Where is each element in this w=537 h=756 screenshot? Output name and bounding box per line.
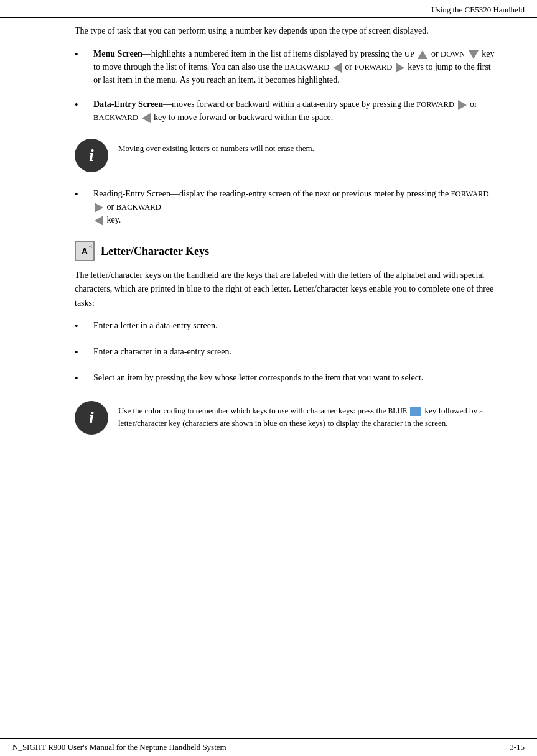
bullet-content-1: Menu Screen—highlights a numbered item i…: [93, 47, 500, 86]
info-text-2-before: Use the color coding to remember which k…: [118, 406, 388, 415]
right-arrow-icon-2: [458, 100, 467, 110]
info-text-2: Use the color coding to remember which k…: [118, 401, 500, 429]
bullet-content-6: Select an item by pressing the key whose…: [93, 371, 500, 386]
bullet-dot-2: •: [75, 98, 93, 124]
backward-label-3: BACKWARD: [116, 203, 161, 211]
bullet-dot-5: •: [75, 345, 93, 360]
bullet-dot-3: •: [75, 187, 93, 226]
info-text-1: Moving over existing letters or numbers …: [118, 139, 314, 155]
key-icon-superscript: <: [89, 244, 92, 249]
blue-label: BLUE: [388, 407, 408, 415]
backward-label-1: BACKWARD: [284, 63, 329, 71]
footer-right: 3-15: [510, 742, 525, 752]
section-body: The letter/character keys on the handhel…: [75, 269, 500, 310]
down-label: DOWN: [441, 50, 465, 58]
backward-label-2: BACKWARD: [93, 113, 138, 122]
header-title: Using the CE5320 Handheld: [431, 5, 525, 15]
page-footer: N_SIGHT R900 User's Manual for the Neptu…: [0, 738, 537, 756]
info-box-1: i Moving over existing letters or number…: [75, 139, 500, 172]
section-heading: A< Letter/Character Keys: [75, 241, 500, 261]
bullet-menu-screen: • Menu Screen—highlights a numbered item…: [75, 47, 500, 86]
forward-label-3: FORWARD: [451, 190, 489, 198]
forward-label-1: FORWARD: [354, 63, 392, 71]
footer-left: N_SIGHT R900 User's Manual for the Neptu…: [12, 742, 226, 752]
bullet-letter-3: • Select an item by pressing the key who…: [75, 371, 500, 386]
forward-label-2: FORWARD: [416, 100, 454, 109]
menu-screen-term: Menu Screen: [93, 49, 142, 58]
main-content: The type of task that you can perform us…: [0, 18, 537, 487]
bullet-content-2: Data-Entry Screen—moves forward or backw…: [93, 98, 500, 124]
data-entry-term: Data-Entry Screen: [93, 99, 163, 109]
right-arrow-icon-1: [396, 63, 404, 73]
bullet-data-entry-screen: • Data-Entry Screen—moves forward or bac…: [75, 98, 500, 124]
info-icon-1: i: [75, 139, 108, 172]
page-header: Using the CE5320 Handheld: [0, 0, 537, 18]
left-arrow-icon-3: [95, 216, 103, 226]
bullet-content-3: Reading-Entry Screen—display the reading…: [93, 187, 500, 226]
blue-key-icon: [410, 407, 421, 416]
bullet-letter-1: • Enter a letter in a data-entry screen.: [75, 319, 500, 334]
bullet-dot-6: •: [75, 371, 93, 386]
key-icon-label: A: [82, 246, 88, 256]
section-title: Letter/Character Keys: [101, 245, 209, 258]
down-arrow-icon: [469, 50, 479, 59]
key-icon-box: A<: [75, 241, 95, 261]
bullet-dot-4: •: [75, 319, 93, 334]
info-box-2: i Use the color coding to remember which…: [75, 401, 500, 435]
info-icon-2: i: [75, 401, 108, 435]
left-arrow-icon-2: [142, 113, 151, 123]
left-arrow-icon-1: [333, 63, 342, 73]
intro-paragraph: The type of task that you can perform us…: [75, 24, 500, 37]
up-label: UP: [404, 50, 414, 58]
up-arrow-icon: [418, 50, 427, 59]
bullet-reading-entry: • Reading-Entry Screen—display the readi…: [75, 187, 500, 226]
bullet-content-4: Enter a letter in a data-entry screen.: [93, 319, 500, 334]
bullet-letter-2: • Enter a character in a data-entry scre…: [75, 345, 500, 360]
bullet-dot-1: •: [75, 47, 93, 86]
bullet-content-5: Enter a character in a data-entry screen…: [93, 345, 500, 360]
right-arrow-icon-3: [95, 203, 103, 213]
